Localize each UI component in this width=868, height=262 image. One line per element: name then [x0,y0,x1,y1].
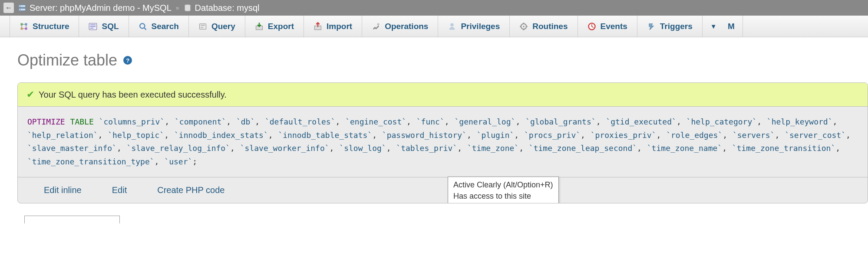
tab-query[interactable]: Query [189,16,245,37]
import-icon [314,22,322,31]
tab-label: Export [268,22,294,31]
svg-point-18 [451,23,454,26]
sql-table-ident: `innodb_table_stats` [278,131,372,140]
sql-keyword: OPTIMIZE [27,117,65,126]
sql-table-ident: `slave_master_info` [27,144,117,153]
sql-table-ident: `engine_cost` [345,117,406,126]
result-block: ✔ Your SQL query has been executed succe… [17,82,868,203]
sql-table-ident: `gtid_executed` [606,117,677,126]
sql-table-ident: `time_zone_name` [647,144,722,153]
tab-label: Query [211,22,235,31]
page-title: Optimize table ? [17,51,868,69]
svg-rect-13 [201,25,205,26]
tab-label: Import [327,22,352,31]
edit-link[interactable]: Edit [112,185,127,195]
svg-rect-14 [201,27,203,28]
sql-table-ident: `user` [164,157,192,166]
query-icon [198,22,207,31]
tab-events[interactable]: Events [578,16,637,37]
tab-label: SQL [102,22,119,31]
svg-rect-7 [21,27,23,29]
sql-table-ident: `help_keyword` [767,117,833,126]
tab-sql[interactable]: SQL [79,16,129,37]
breadcrumb-server-label: Server: phpMyAdmin demo - MySQL [30,3,172,13]
routines-icon [519,22,528,31]
query-actions: Edit inline Edit Create PHP code Active … [18,177,868,203]
page-title-text: Optimize table [17,51,117,69]
tab-privileges[interactable]: Privileges [438,16,510,37]
svg-rect-12 [199,23,206,29]
sql-table-ident: `slow_log` [339,144,386,153]
database-icon [184,4,191,12]
sql-icon [89,22,97,31]
operations-icon [372,22,380,31]
chevron-down-icon: ▼ [710,23,717,30]
sql-table-ident: `time_zone_leap_second` [529,144,637,153]
tab-label: Routines [532,22,568,31]
sql-table-ident: `procs_priv` [524,131,581,140]
extension-tooltip: Active Clearly (Alt/Option+R) Has access… [448,177,559,203]
back-button[interactable]: ← [3,3,14,13]
sql-table-ident: `plugin` [477,131,515,140]
sql-table-ident: `proxies_priv` [591,131,657,140]
sql-table-ident: `component` [175,117,226,126]
sql-table-ident: `server_cost` [785,131,846,140]
svg-point-3 [20,9,20,10]
tab-bar: StructureSQLSearchQueryExportImportOpera… [0,16,868,37]
edit-inline-link[interactable]: Edit inline [44,185,82,195]
svg-rect-6 [25,23,27,25]
breadcrumb-server[interactable]: Server: phpMyAdmin demo - MySQL [18,3,172,13]
sql-table-ident: `help_topic` [108,131,164,140]
sql-table-ident: `time_zone` [467,144,519,153]
sql-table-ident: `slave_worker_info` [240,144,330,153]
sql-table-ident: `columns_priv` [99,117,165,126]
breadcrumb-separator: » [176,4,179,11]
partial-box [24,216,120,223]
structure-icon [20,22,28,31]
privileges-icon [448,22,456,31]
tooltip-line-1: Active Clearly (Alt/Option+R) [453,180,553,190]
svg-rect-8 [25,27,27,29]
tab-search[interactable]: Search [129,16,189,37]
tab-structure[interactable]: Structure [10,16,79,37]
breadcrumb-database[interactable]: Database: mysql [184,3,260,13]
success-message: Your SQL query has been executed success… [39,90,227,100]
sql-table-ident: `password_history` [382,131,467,140]
tab-triggers[interactable]: Triggers [637,16,703,37]
search-icon [139,22,147,31]
sql-query-display: OPTIMIZE TABLE `columns_priv`, `componen… [18,107,868,177]
sql-table-ident: `global_grants` [525,117,596,126]
tab-label: Search [152,22,179,31]
tab-label: Structure [33,22,69,31]
sql-table-ident: `innodb_index_stats` [174,131,268,140]
tab-import[interactable]: Import [304,16,362,37]
success-banner: ✔ Your SQL query has been executed succe… [18,83,868,107]
svg-rect-5 [21,23,23,25]
svg-point-20 [523,26,525,27]
sql-table-ident: `db` [236,117,255,126]
svg-point-2 [20,6,20,7]
tab-label: Triggers [660,22,693,31]
sql-table-ident: `func` [416,117,445,126]
sql-table-ident: `general_log` [454,117,515,126]
svg-point-10 [140,23,145,28]
sql-table-ident: `help_relation` [27,131,98,140]
help-icon[interactable]: ? [123,56,132,65]
breadcrumb-database-label: Database: mysql [195,3,260,13]
sql-table-ident: `help_category` [686,117,757,126]
sql-table-ident: `tables_priv` [396,144,457,153]
tab-more[interactable]: ▼ M [703,16,743,37]
tab-routines[interactable]: Routines [510,16,578,37]
tab-label: Operations [385,22,428,31]
sql-table-ident: `servers` [733,131,775,140]
svg-point-17 [377,23,380,25]
svg-line-11 [144,28,146,29]
sql-table-ident: `time_zone_transition` [732,144,835,153]
create-php-link[interactable]: Create PHP code [157,185,224,195]
sql-keyword: TABLE [70,117,94,126]
sql-table-ident: `slave_relay_log_info` [127,144,230,153]
tab-export[interactable]: Export [245,16,304,37]
tab-operations[interactable]: Operations [362,16,438,37]
sql-table-ident: `default_roles` [265,117,336,126]
check-icon: ✔ [26,89,34,100]
